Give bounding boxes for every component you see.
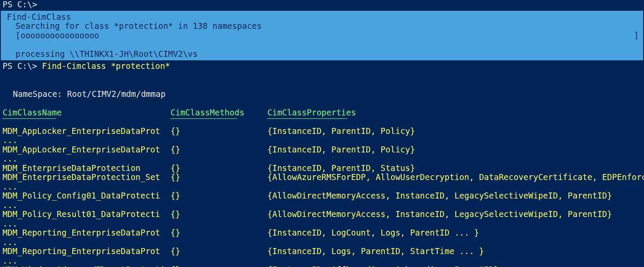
prompt-text-2: PS C:\> — [3, 61, 42, 71]
cell-properties: {InstanceID, Offboarding, Onboarding, Pa… — [267, 265, 644, 267]
cell-methods: {} — [170, 127, 267, 145]
cell-classname: MDM_AppLocker_EnterpriseDataProt ... — [3, 145, 170, 164]
table-row: MDM_WindowsAdvancedThreatProtection{}{In… — [3, 265, 644, 267]
blank-line — [0, 71, 644, 81]
table-row: MDM_Policy_Result01_DataProtecti ...{}{A… — [3, 210, 644, 228]
cell-classname: MDM_Policy_Config01_DataProtecti ... — [3, 191, 170, 210]
cell-properties: {AllowAzureRMSForEDP, AllowUserDecryptio… — [267, 173, 644, 191]
progress-block: Find-CimClass Searching for class *prote… — [1, 11, 643, 61]
progress-searching: Searching for class *protection* in 138 … — [7, 22, 641, 31]
table-row: MDM_AppLocker_EnterpriseDataProt ...{}{I… — [3, 145, 644, 164]
table-row: MDM_EnterpriseDataProtection_Set ...{}{A… — [3, 173, 644, 191]
cell-classname: MDM_Reporting_EnterpriseDataProt ... — [3, 228, 170, 247]
progress-processing: processing \\THINKX1-JH\Root\CIMV2\vs — [7, 50, 641, 59]
table-body: MDM_AppLocker_EnterpriseDataProt ...{}{I… — [0, 127, 644, 267]
progress-bar-open: [ — [15, 31, 20, 40]
header-classname: CimClassName — [3, 108, 170, 118]
progress-title: Find-CimClass — [7, 12, 641, 22]
table-row: MDM_Reporting_EnterpriseDataProt ...{}{I… — [3, 228, 644, 247]
cell-properties: {InstanceID, LogCount, Logs, ParentID ..… — [267, 228, 644, 247]
cell-properties: {InstanceID, ParentID, Policy} — [267, 145, 644, 164]
cell-classname: MDM_WindowsAdvancedThreatProtection — [3, 265, 170, 267]
table-header-underline — [0, 117, 644, 127]
table-row: MDM_Policy_Config01_DataProtecti ...{}{A… — [3, 191, 644, 210]
cell-properties: {InstanceID, ParentID, Policy} — [267, 127, 644, 145]
cell-methods: {} — [170, 191, 267, 210]
progress-blank — [7, 40, 641, 50]
command-text: Find-Cimclass *protection* — [42, 61, 170, 71]
cell-classname: MDM_EnterpriseDataProtection_Set ... — [3, 173, 170, 191]
cell-methods: {} — [170, 247, 267, 265]
prompt-line-1: PS C:\> — [0, 0, 644, 9]
table-headers: CimClassName CimClassMethods CimClassPro… — [0, 108, 644, 118]
table-row: MDM_EnterpriseDataProtection{}{InstanceI… — [3, 164, 644, 173]
header-methods: CimClassMethods — [170, 108, 267, 118]
cell-methods: {} — [170, 228, 267, 247]
powershell-terminal[interactable]: PS C:\> Find-CimClass Searching for clas… — [0, 0, 644, 267]
progress-bar-close: ] — [634, 31, 641, 40]
cell-properties: {AllowDirectMemoryAccess, InstanceID, Le… — [267, 210, 644, 228]
blank-line — [0, 80, 644, 90]
cell-methods: {} — [170, 164, 267, 173]
cell-properties: {InstanceID, ParentID, Status} — [267, 164, 644, 173]
prompt-text: PS C:\> — [3, 0, 37, 9]
cell-classname: MDM_Policy_Result01_DataProtecti ... — [3, 210, 170, 228]
cell-classname: MDM_Reporting_EnterpriseDataProt ... — [3, 247, 170, 265]
cell-methods: {} — [170, 265, 267, 267]
table-row: MDM_AppLocker_EnterpriseDataProt ...{}{I… — [3, 127, 644, 145]
cell-methods: {} — [170, 210, 267, 228]
progress-bar-line: [oooooooooooooooo ] — [7, 31, 641, 40]
namespace-line: NameSpace: Root/CIMV2/mdm/dmmap — [0, 90, 644, 99]
table-row: MDM_Reporting_EnterpriseDataProt ...{}{I… — [3, 247, 644, 265]
progress-bar-fill: oooooooooooooooo — [20, 31, 99, 40]
cell-properties: {InstanceID, Logs, ParentID, StartTime .… — [267, 247, 644, 265]
cell-methods: {} — [170, 145, 267, 164]
header-properties: CimClassProperties — [267, 108, 644, 118]
blank-line — [0, 99, 644, 108]
cell-classname: MDM_AppLocker_EnterpriseDataProt ... — [3, 127, 170, 145]
cell-methods: {} — [170, 173, 267, 191]
cell-properties: {AllowDirectMemoryAccess, InstanceID, Le… — [267, 191, 644, 210]
cell-classname: MDM_EnterpriseDataProtection — [3, 164, 170, 173]
prompt-line-2: PS C:\> Find-Cimclass *protection* — [0, 62, 644, 71]
